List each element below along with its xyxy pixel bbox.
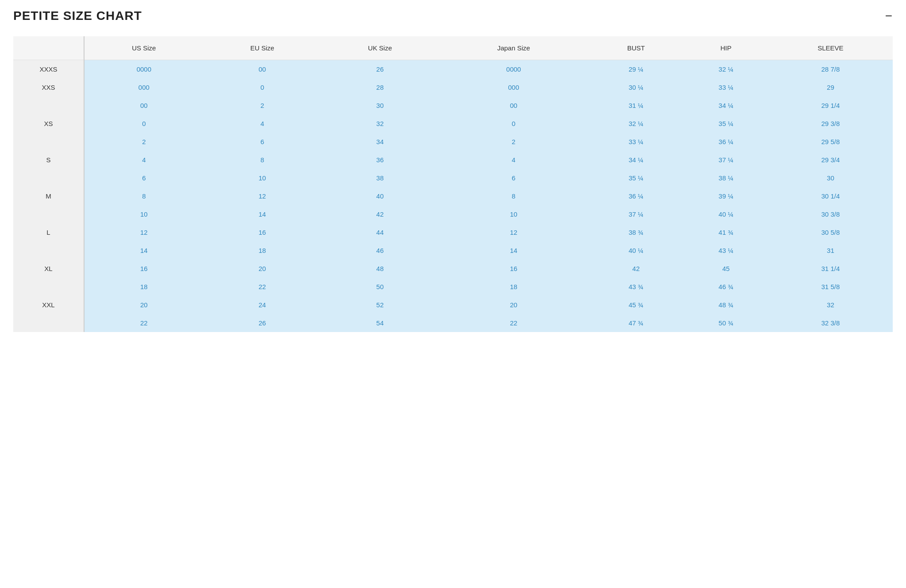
size-label-cell xyxy=(13,169,84,187)
table-row: XXXS00000026000029 ¼32 ¼28 7/8 xyxy=(13,60,893,79)
cell-uk-size: 32 xyxy=(321,115,439,133)
cell-hip: 41 ¾ xyxy=(683,223,768,241)
table-row: M81240836 ¼39 ¼30 1/4 xyxy=(13,187,893,205)
cell-us-size: 10 xyxy=(84,205,203,223)
table-row: 61038635 ¼38 ¼30 xyxy=(13,169,893,187)
size-label-cell: XXXS xyxy=(13,60,84,79)
table-row: XL16204816424531 1/4 xyxy=(13,260,893,278)
cell-hip: 50 ¾ xyxy=(683,314,768,332)
cell-uk-size: 34 xyxy=(321,133,439,151)
size-label-cell: M xyxy=(13,187,84,205)
size-label-cell xyxy=(13,278,84,296)
size-label-cell xyxy=(13,96,84,115)
cell-sleeve: 30 xyxy=(768,169,893,187)
cell-bust: 35 ¼ xyxy=(588,169,683,187)
cell-bust: 37 ¼ xyxy=(588,205,683,223)
col-header-eu-size: EU Size xyxy=(203,36,321,60)
cell-eu-size: 0 xyxy=(203,78,321,96)
cell-uk-size: 54 xyxy=(321,314,439,332)
size-label-cell xyxy=(13,133,84,151)
size-label-cell xyxy=(13,241,84,260)
cell-hip: 46 ¾ xyxy=(683,278,768,296)
cell-japan-size: 20 xyxy=(439,296,588,314)
cell-hip: 39 ¼ xyxy=(683,187,768,205)
size-label-cell: XXS xyxy=(13,78,84,96)
cell-hip: 36 ¼ xyxy=(683,133,768,151)
cell-us-size: 14 xyxy=(84,241,203,260)
cell-hip: 40 ¼ xyxy=(683,205,768,223)
cell-bust: 45 ¾ xyxy=(588,296,683,314)
cell-uk-size: 50 xyxy=(321,278,439,296)
cell-bust: 42 xyxy=(588,260,683,278)
cell-eu-size: 00 xyxy=(203,60,321,79)
cell-japan-size: 00 xyxy=(439,96,588,115)
cell-eu-size: 8 xyxy=(203,151,321,169)
cell-hip: 34 ¼ xyxy=(683,96,768,115)
size-label-cell: XXL xyxy=(13,296,84,314)
cell-uk-size: 52 xyxy=(321,296,439,314)
cell-uk-size: 48 xyxy=(321,260,439,278)
table-row: XXS00002800030 ¼33 ¼29 xyxy=(13,78,893,96)
cell-bust: 29 ¼ xyxy=(588,60,683,79)
cell-eu-size: 14 xyxy=(203,205,321,223)
cell-sleeve: 29 3/8 xyxy=(768,115,893,133)
cell-japan-size: 4 xyxy=(439,151,588,169)
cell-bust: 32 ¼ xyxy=(588,115,683,133)
cell-uk-size: 40 xyxy=(321,187,439,205)
cell-uk-size: 42 xyxy=(321,205,439,223)
cell-us-size: 0000 xyxy=(84,60,203,79)
col-header-uk-size: UK Size xyxy=(321,36,439,60)
cell-bust: 34 ¼ xyxy=(588,151,683,169)
cell-us-size: 0 xyxy=(84,115,203,133)
cell-us-size: 000 xyxy=(84,78,203,96)
cell-hip: 37 ¼ xyxy=(683,151,768,169)
cell-sleeve: 29 5/8 xyxy=(768,133,893,151)
table-row: 1418461440 ¼43 ¼31 xyxy=(13,241,893,260)
cell-uk-size: 30 xyxy=(321,96,439,115)
collapse-icon[interactable]: − xyxy=(885,9,893,23)
size-label-cell: S xyxy=(13,151,84,169)
cell-japan-size: 0000 xyxy=(439,60,588,79)
cell-sleeve: 28 7/8 xyxy=(768,60,893,79)
table-row: 002300031 ¼34 ¼29 1/4 xyxy=(13,96,893,115)
cell-sleeve: 29 3/4 xyxy=(768,151,893,169)
cell-bust: 36 ¼ xyxy=(588,187,683,205)
cell-uk-size: 44 xyxy=(321,223,439,241)
table-header-row: US SizeEU SizeUK SizeJapan SizeBUSTHIPSL… xyxy=(13,36,893,60)
cell-us-size: 16 xyxy=(84,260,203,278)
cell-us-size: 22 xyxy=(84,314,203,332)
cell-us-size: 8 xyxy=(84,187,203,205)
table-row: XS0432032 ¼35 ¼29 3/8 xyxy=(13,115,893,133)
cell-eu-size: 26 xyxy=(203,314,321,332)
cell-hip: 48 ¾ xyxy=(683,296,768,314)
size-label-cell: XL xyxy=(13,260,84,278)
cell-us-size: 2 xyxy=(84,133,203,151)
cell-sleeve: 30 1/4 xyxy=(768,187,893,205)
cell-uk-size: 28 xyxy=(321,78,439,96)
cell-japan-size: 6 xyxy=(439,169,588,187)
cell-eu-size: 4 xyxy=(203,115,321,133)
size-label-cell: L xyxy=(13,223,84,241)
size-chart-table: US SizeEU SizeUK SizeJapan SizeBUSTHIPSL… xyxy=(13,36,893,332)
cell-japan-size: 18 xyxy=(439,278,588,296)
cell-us-size: 18 xyxy=(84,278,203,296)
cell-hip: 38 ¼ xyxy=(683,169,768,187)
cell-us-size: 6 xyxy=(84,169,203,187)
col-header-japan-size: Japan Size xyxy=(439,36,588,60)
cell-hip: 32 ¼ xyxy=(683,60,768,79)
cell-japan-size: 16 xyxy=(439,260,588,278)
table-row: L1216441238 ¾41 ¾30 5/8 xyxy=(13,223,893,241)
cell-uk-size: 38 xyxy=(321,169,439,187)
cell-japan-size: 0 xyxy=(439,115,588,133)
col-header-hip: HIP xyxy=(683,36,768,60)
cell-bust: 33 ¼ xyxy=(588,133,683,151)
cell-japan-size: 22 xyxy=(439,314,588,332)
cell-us-size: 12 xyxy=(84,223,203,241)
label-col-header xyxy=(13,36,84,60)
table-row: 2634233 ¼36 ¼29 5/8 xyxy=(13,133,893,151)
cell-uk-size: 46 xyxy=(321,241,439,260)
cell-sleeve: 30 3/8 xyxy=(768,205,893,223)
cell-hip: 43 ¼ xyxy=(683,241,768,260)
cell-eu-size: 24 xyxy=(203,296,321,314)
cell-sleeve: 30 5/8 xyxy=(768,223,893,241)
